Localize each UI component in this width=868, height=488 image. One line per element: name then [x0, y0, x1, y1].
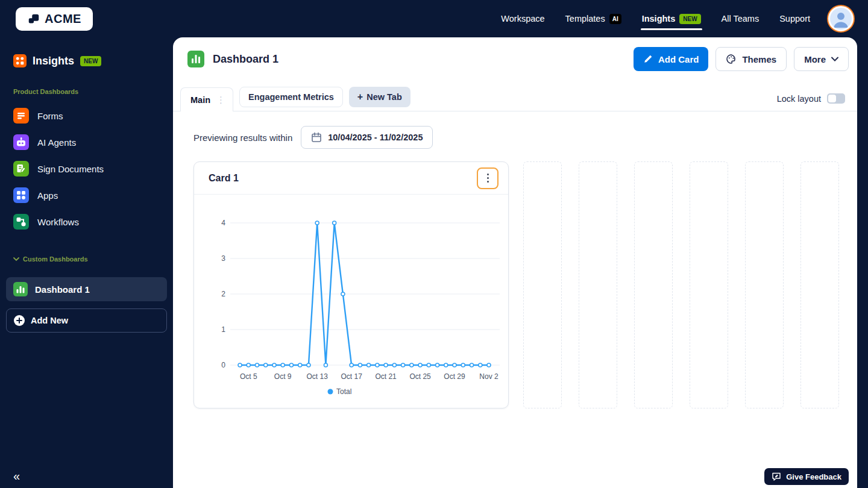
sidebar-item-dashboard-1[interactable]: Dashboard 1 — [6, 277, 167, 301]
svg-text:Oct 9: Oct 9 — [274, 372, 292, 381]
nav-insights[interactable]: Insights NEW — [642, 0, 701, 37]
dashboard-grid: Card 1 01234Oct 5Oct 9Oct 13Oct 17Oct 21… — [193, 161, 837, 408]
sidebar-title-row: Insights NEW — [0, 37, 173, 67]
grid-placeholders — [523, 161, 839, 408]
tab-menu-icon[interactable]: ⋮ — [216, 95, 225, 105]
header-actions: Add Card Themes More — [634, 47, 849, 71]
add-card-button[interactable]: Add Card — [634, 47, 709, 71]
active-nav-underline — [641, 28, 702, 30]
topbar: ACME Workspace Templates AI Insights NEW… — [0, 0, 868, 37]
svg-text:Oct 21: Oct 21 — [375, 372, 397, 381]
plus-icon: + — [357, 92, 363, 102]
chevron-down-icon — [13, 257, 19, 261]
svg-text:Nov 2: Nov 2 — [479, 372, 498, 381]
svg-text:Oct 29: Oct 29 — [444, 372, 465, 381]
nav-templates[interactable]: Templates AI — [565, 0, 621, 37]
kebab-icon — [487, 174, 489, 175]
sidebar-item-forms[interactable]: Forms — [0, 102, 173, 129]
toggle-knob — [828, 95, 836, 102]
nav-all-teams[interactable]: All Teams — [722, 0, 760, 37]
card-header: Card 1 — [194, 162, 508, 195]
card-menu-button[interactable] — [477, 167, 498, 189]
main-panel: Dashboard 1 Add Card Themes More — [173, 37, 857, 488]
nav-workspace[interactable]: Workspace — [501, 0, 544, 37]
dashboard-header: Dashboard 1 Add Card Themes More — [173, 37, 857, 71]
grid-placeholder-column — [690, 161, 728, 408]
preview-row: Previewing results within 10/04/2025 - 1… — [193, 126, 857, 149]
chevron-down-icon — [831, 57, 838, 61]
sidebar-collapse-button[interactable]: « — [13, 469, 20, 483]
new-badge: NEW — [679, 14, 700, 24]
logo-text: ACME — [45, 12, 81, 26]
workflows-icon — [13, 214, 29, 230]
add-new-button[interactable]: Add New — [6, 308, 167, 333]
themes-button[interactable]: Themes — [715, 47, 787, 71]
card-1: Card 1 01234Oct 5Oct 9Oct 13Oct 17Oct 21… — [193, 161, 509, 408]
dashboard-tabs: Main ⋮ Engagement Metrics + New Tab Lock… — [173, 87, 857, 111]
pencil-icon — [643, 54, 653, 64]
svg-text:Oct 13: Oct 13 — [306, 372, 328, 381]
more-button[interactable]: More — [794, 47, 849, 71]
date-range-value: 10/04/2025 - 11/02/2025 — [328, 133, 423, 142]
sidebar-new-badge: NEW — [80, 56, 101, 66]
preview-label: Previewing results within — [193, 133, 292, 143]
svg-text:Oct 17: Oct 17 — [341, 372, 362, 381]
sidebar-item-ai-agents[interactable]: AI Agents — [0, 129, 173, 155]
svg-text:Total: Total — [336, 387, 351, 396]
ai-agents-icon — [13, 134, 29, 150]
tab-main[interactable]: Main ⋮ — [180, 87, 233, 111]
svg-text:2: 2 — [221, 290, 225, 298]
plus-circle-icon — [14, 315, 25, 326]
sign-documents-icon — [13, 161, 29, 177]
section-product-dashboards: Product Dashboards — [13, 88, 160, 95]
card-line-chart: 01234Oct 5Oct 9Oct 13Oct 17Oct 21Oct 25O… — [194, 195, 508, 409]
sidebar-item-sign-documents[interactable]: Sign Documents — [0, 155, 173, 182]
grid-placeholder-column — [634, 161, 673, 408]
acme-logo-icon — [27, 13, 40, 26]
lock-layout-label: Lock layout — [777, 94, 821, 104]
dashboard-title-icon — [187, 51, 204, 67]
insights-product-icon — [13, 54, 27, 67]
section-custom-dashboards[interactable]: Custom Dashboards — [13, 255, 160, 263]
palette-icon — [726, 54, 737, 64]
grid-placeholder-column — [800, 161, 839, 408]
svg-text:4: 4 — [221, 219, 225, 227]
sidebar: Insights NEW Product Dashboards Forms AI… — [0, 37, 173, 488]
nav-support[interactable]: Support — [779, 0, 810, 37]
sidebar-item-apps[interactable]: Apps — [0, 182, 173, 208]
page-title: Dashboard 1 — [213, 53, 278, 66]
tab-engagement-metrics[interactable]: Engagement Metrics — [239, 87, 343, 107]
grid-placeholder-column — [523, 161, 562, 408]
lock-layout-toggle[interactable] — [827, 93, 845, 104]
card-title: Card 1 — [209, 173, 239, 184]
forms-icon — [13, 108, 29, 124]
svg-text:1: 1 — [221, 325, 225, 334]
svg-text:0: 0 — [221, 361, 225, 369]
lock-layout-control: Lock layout — [777, 93, 845, 104]
top-nav: Workspace Templates AI Insights NEW All … — [501, 0, 810, 37]
avatar-person-icon — [830, 8, 852, 30]
svg-text:Oct 25: Oct 25 — [409, 372, 431, 381]
feedback-icon — [772, 472, 781, 481]
sidebar-title: Insights — [33, 55, 74, 67]
svg-text:Oct 5: Oct 5 — [240, 372, 257, 381]
svg-text:3: 3 — [221, 254, 225, 263]
sidebar-menu: Forms AI Agents Sign Documents Apps Work… — [0, 102, 173, 235]
calendar-icon — [311, 132, 322, 143]
sidebar-item-workflows[interactable]: Workflows — [0, 208, 173, 235]
acme-logo[interactable]: ACME — [16, 7, 93, 31]
grid-placeholder-column — [745, 161, 784, 408]
give-feedback-button[interactable]: Give Feedback — [764, 468, 849, 485]
ai-badge: AI — [609, 14, 621, 24]
avatar[interactable] — [827, 5, 855, 33]
new-tab-button[interactable]: + New Tab — [349, 87, 410, 107]
dashboard-icon — [13, 282, 28, 296]
apps-icon — [13, 187, 29, 203]
grid-placeholder-column — [579, 161, 617, 408]
date-range-picker[interactable]: 10/04/2025 - 11/02/2025 — [301, 126, 433, 149]
